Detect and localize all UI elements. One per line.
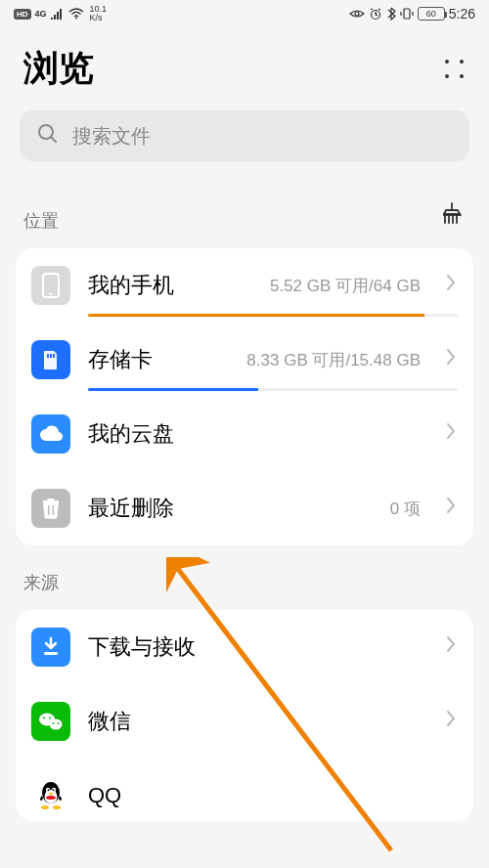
item-title: 我的手机 (88, 271, 244, 300)
svg-rect-12 (44, 652, 58, 655)
item-meta: 8.33 GB 可用/15.48 GB (246, 349, 421, 371)
page-header: 浏览 (0, 27, 489, 105)
item-meta: 5.52 GB 可用/64 GB (270, 275, 421, 297)
item-title: 微信 (88, 707, 421, 736)
svg-point-17 (53, 722, 55, 724)
svg-point-14 (50, 719, 63, 730)
page-title: 浏览 (23, 45, 94, 93)
source-item-qq[interactable]: QQ (16, 759, 473, 821)
hd-badge: HD (14, 9, 31, 20)
svg-point-24 (53, 789, 55, 791)
eye-icon (349, 8, 365, 20)
source-card: 下载与接收 微信 QQ (16, 610, 473, 821)
location-card: 我的手机 5.52 GB 可用/64 GB 存储卡 8.33 GB 可用/15.… (16, 248, 473, 545)
search-icon (37, 123, 59, 149)
wifi-icon (68, 8, 84, 20)
storage-progress (88, 314, 458, 317)
qq-icon (31, 776, 70, 815)
source-item-downloads[interactable]: 下载与接收 (16, 610, 473, 684)
cloud-icon (31, 414, 70, 454)
net-type-label: 4G (35, 9, 47, 19)
download-icon (31, 628, 70, 667)
svg-point-27 (53, 805, 61, 809)
chevron-right-icon (444, 633, 458, 661)
svg-point-0 (75, 18, 77, 20)
svg-point-18 (58, 722, 60, 724)
item-title: 下载与接收 (88, 632, 421, 662)
wechat-icon (31, 702, 70, 741)
sd-card-icon (31, 340, 70, 379)
alarm-icon (369, 7, 382, 21)
section-title-source: 来源 (23, 571, 59, 594)
storage-progress (88, 388, 458, 391)
source-item-wechat[interactable]: 微信 (16, 684, 473, 759)
item-title: 最近删除 (88, 494, 365, 523)
search-input[interactable] (72, 125, 452, 148)
item-title: 存储卡 (88, 345, 221, 374)
status-bar: HD 4G 10.1 K/s 60 5:26 (0, 0, 489, 27)
svg-rect-10 (48, 505, 50, 515)
chevron-right-icon (444, 495, 458, 522)
more-menu-button[interactable] (442, 58, 466, 81)
svg-point-25 (49, 793, 54, 795)
signal-icon (51, 8, 65, 20)
section-header-location: 位置 (0, 173, 489, 242)
item-title: 我的云盘 (88, 419, 421, 449)
clean-icon[interactable] (438, 200, 466, 233)
location-item-recently-deleted[interactable]: 最近删除 0 项 (16, 471, 473, 545)
svg-point-26 (41, 805, 49, 809)
svg-point-15 (43, 716, 45, 718)
chevron-right-icon (444, 420, 458, 448)
svg-rect-7 (47, 354, 49, 358)
svg-rect-6 (49, 293, 53, 295)
location-item-cloud-drive[interactable]: 我的云盘 (16, 397, 473, 471)
item-title: QQ (88, 783, 458, 808)
svg-rect-3 (404, 9, 410, 19)
phone-icon (31, 266, 70, 305)
net-speed: 10.1 K/s (90, 5, 108, 22)
clock-label: 5:26 (449, 6, 475, 22)
section-title-location: 位置 (23, 209, 59, 233)
item-meta: 0 项 (390, 498, 421, 520)
chevron-right-icon (444, 346, 458, 373)
section-header-source: 来源 (0, 551, 489, 604)
trash-icon (31, 489, 70, 528)
bluetooth-icon (386, 7, 396, 21)
svg-point-16 (49, 716, 51, 718)
search-bar[interactable] (20, 110, 469, 161)
svg-rect-11 (53, 505, 55, 515)
battery-indicator: 60 (418, 7, 445, 21)
vibrate-icon (400, 7, 414, 21)
svg-point-1 (355, 12, 359, 16)
svg-rect-8 (50, 354, 52, 358)
svg-rect-9 (53, 354, 55, 358)
chevron-right-icon (444, 708, 458, 735)
location-item-sd-card[interactable]: 存储卡 8.33 GB 可用/15.48 GB (16, 323, 473, 397)
chevron-right-icon (444, 272, 458, 299)
location-item-my-phone[interactable]: 我的手机 5.52 GB 可用/64 GB (16, 248, 473, 323)
svg-point-23 (48, 789, 50, 791)
